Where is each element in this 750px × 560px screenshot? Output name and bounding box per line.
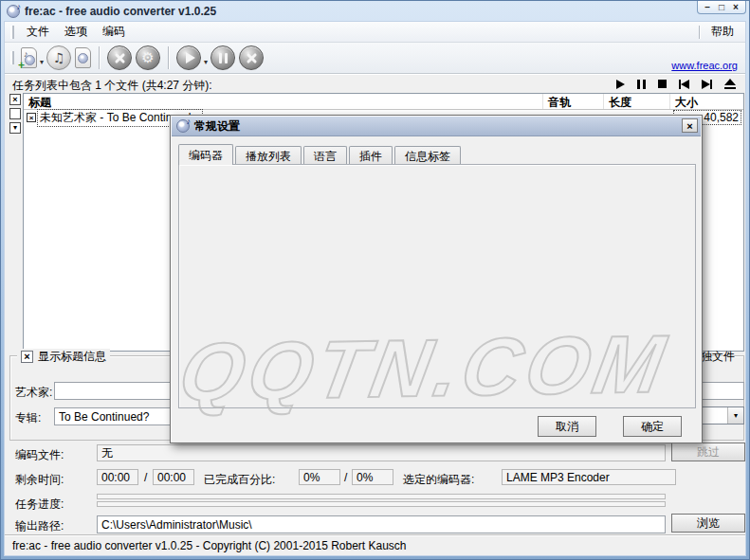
stop-icon[interactable]: [658, 80, 667, 88]
cancel-button[interactable]: 取消: [538, 416, 596, 437]
tab-language[interactable]: 语言: [303, 146, 347, 165]
cd-rip-icon[interactable]: [75, 47, 91, 68]
menubar-grip[interactable]: [10, 26, 14, 39]
toolbar-grip[interactable]: [10, 51, 14, 64]
app-icon: [7, 5, 20, 18]
time-track-value: 00:00: [97, 469, 138, 485]
encoding-file-value: 无: [97, 444, 666, 461]
eject-icon[interactable]: [724, 79, 736, 89]
selected-encoder-value: LAME MP3 Encoder: [502, 469, 676, 485]
configure-encoder-icon[interactable]: ⚙: [136, 45, 160, 70]
track-progress-bar: [97, 494, 666, 499]
window-controls: – □ ×: [697, 1, 746, 14]
dialog-titlebar[interactable]: 常规设置: [172, 117, 701, 136]
menu-encode[interactable]: 编码: [95, 22, 133, 42]
selected-encoder-label: 选定的编码器:: [403, 472, 474, 488]
output-path-field[interactable]: C:\Users\Administrator\Music\: [97, 515, 666, 533]
add-files-icon[interactable]: +♪: [21, 47, 37, 68]
column-title[interactable]: 标题: [24, 94, 543, 109]
menu-options[interactable]: 选项: [57, 22, 95, 42]
statusbar: fre:ac - free audio converter v1.0.25 - …: [5, 534, 745, 555]
toggle-selection-button[interactable]: [9, 122, 21, 134]
slash-separator: /: [344, 471, 347, 484]
task-progress-label: 任务进度:: [15, 497, 64, 513]
chevron-down-icon[interactable]: ▾: [727, 407, 743, 424]
stop-encoding-icon[interactable]: [239, 45, 264, 70]
statusbar-text: fre:ac - free audio converter v1.0.25 - …: [12, 539, 407, 552]
toolbar-separator: [168, 46, 169, 69]
tab-encoders[interactable]: 编码器: [178, 144, 233, 165]
browse-output-button[interactable]: 浏览: [671, 514, 745, 533]
truncated-label-fragment: 独文件: [701, 349, 735, 365]
window-titlebar[interactable]: fre:ac - free audio converter v1.0.25: [1, 1, 749, 21]
window-title: fre:ac - free audio converter v1.0.25: [25, 5, 216, 18]
total-progress-bar: [97, 501, 666, 507]
toolbar: +♪ ▾ ♫ ⚙ ▾ www.freac.org: [5, 43, 745, 74]
ok-button[interactable]: 确定: [623, 416, 682, 437]
dialog-icon: [176, 119, 190, 133]
tab-playlists[interactable]: 播放列表: [235, 146, 302, 165]
close-button[interactable]: ×: [729, 2, 742, 13]
tab-plugins[interactable]: 插件: [349, 146, 393, 165]
column-length[interactable]: 长度: [604, 94, 670, 109]
percent-track-value: 0%: [299, 469, 340, 485]
toolbar-separator: [99, 46, 100, 69]
slash-separator: /: [144, 471, 147, 484]
next-track-icon[interactable]: [702, 80, 712, 89]
percent-total-value: 0%: [352, 469, 393, 485]
column-track[interactable]: 音轨: [543, 94, 604, 109]
time-total-value: 00:00: [153, 469, 194, 485]
menu-separator: [699, 26, 700, 39]
pause-icon[interactable]: [637, 80, 646, 89]
menubar: 文件 选项 编码 帮助: [5, 22, 745, 43]
selection-buttons: [9, 94, 21, 134]
play-icon[interactable]: [616, 80, 625, 89]
select-all-button[interactable]: [9, 94, 21, 105]
row-checkbox[interactable]: [27, 113, 36, 122]
dialog-close-button[interactable]: ×: [682, 118, 698, 133]
joblist-icon[interactable]: ♫: [46, 45, 71, 70]
settings-icon[interactable]: [107, 45, 132, 70]
menu-help[interactable]: 帮助: [704, 22, 741, 42]
column-size[interactable]: 大小: [670, 94, 743, 109]
add-files-dropdown-icon[interactable]: ▾: [40, 58, 44, 66]
tab-info-tags[interactable]: 信息标签: [394, 146, 461, 165]
start-encoding-dropdown-icon[interactable]: ▾: [204, 58, 208, 66]
percent-done-label: 已完成百分比:: [204, 472, 275, 488]
app-window: fre:ac - free audio converter v1.0.25 – …: [0, 0, 750, 560]
pause-encoding-icon[interactable]: [210, 45, 235, 70]
dialog-title: 常规设置: [194, 118, 240, 135]
encoding-file-label: 编码文件:: [15, 447, 64, 463]
website-link[interactable]: www.freac.org: [671, 60, 741, 71]
start-encoding-icon[interactable]: [176, 45, 201, 70]
album-label: 专辑:: [15, 410, 41, 426]
general-settings-dialog: 常规设置 × 编码器 播放列表 语言 插件 信息标签 编码器 LAME MP3 …: [170, 115, 703, 443]
settings-tabs: 编码器 播放列表 语言 插件 信息标签: [178, 144, 463, 165]
menu-file[interactable]: 文件: [19, 22, 57, 42]
minimize-button[interactable]: –: [701, 2, 714, 13]
joblist-summary: 任务列表中包含 1 个文件 (共4:27 分钟):: [12, 78, 212, 94]
time-remaining-label: 剩余时间:: [15, 472, 64, 488]
tab-panel: [178, 164, 696, 408]
previous-track-icon[interactable]: [679, 80, 689, 89]
output-path-label: 输出路径:: [15, 518, 64, 534]
maximize-button[interactable]: □: [715, 2, 728, 13]
joblist-header: 标题 音轨 长度 大小: [24, 94, 743, 110]
skip-button[interactable]: 跳过: [671, 443, 745, 461]
select-none-button[interactable]: [9, 108, 21, 119]
progress-bars: [97, 494, 666, 509]
show-title-info-checkbox[interactable]: [21, 351, 33, 363]
show-title-info-label: 显示标题信息: [38, 349, 106, 365]
transport-controls: [616, 79, 736, 89]
artist-label: 艺术家:: [15, 385, 52, 401]
